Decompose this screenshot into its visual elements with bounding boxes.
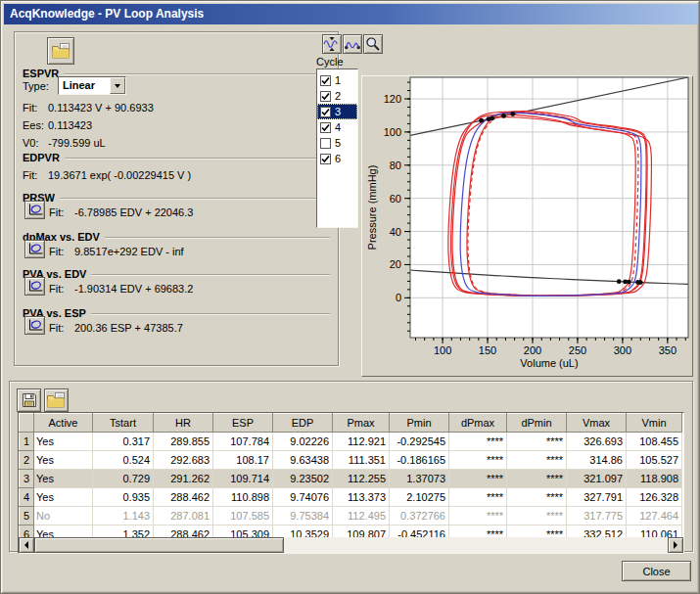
cell-ESP[interactable]: 108.17	[213, 451, 273, 470]
cell-EDP[interactable]: 9.75384	[273, 507, 333, 525]
cell-Tstart[interactable]: 0.935	[93, 488, 154, 507]
col-header-Vmin[interactable]: Vmin	[627, 414, 682, 433]
cell-ESP[interactable]: 109.714	[213, 470, 273, 488]
cell-EDP[interactable]: 9.23502	[273, 470, 333, 488]
cell-HR[interactable]: 291.262	[154, 470, 213, 488]
cell-active[interactable]: Yes	[34, 470, 93, 488]
cell-active[interactable]: Yes	[34, 488, 93, 507]
cell-dPmax[interactable]: ****	[449, 507, 507, 525]
autoscale-vertical-button[interactable]	[322, 34, 342, 54]
pv-loop-chart[interactable]: 100150200250300350020406080100120Volume …	[361, 75, 693, 377]
cycle-list-item-4[interactable]: 4	[317, 119, 357, 135]
col-header-Vmax[interactable]: Vmax	[567, 414, 627, 433]
cell-active[interactable]: No	[34, 507, 93, 525]
cell-active[interactable]: Yes	[34, 433, 93, 451]
table-row-5[interactable]: 5No1.143287.081107.5859.75384112.4950.37…	[20, 507, 682, 525]
cell-Tstart[interactable]: 0.524	[93, 451, 154, 470]
cell-dPmax[interactable]: ****	[449, 488, 507, 507]
cell-Tstart[interactable]: 0.729	[93, 470, 154, 488]
cell-dPmin[interactable]: ****	[507, 451, 567, 470]
cycle-list-item-5[interactable]: 5	[317, 135, 357, 151]
cycle-list-item-6[interactable]: 6	[317, 151, 357, 166]
cell-dPmax[interactable]: ****	[449, 470, 507, 488]
scrollbar-thumb[interactable]	[34, 537, 284, 553]
cell-Vmax[interactable]: 317.775	[567, 507, 627, 525]
row-number[interactable]: 5	[20, 507, 34, 525]
save-table-button[interactable]	[17, 388, 41, 412]
cell-dPmin[interactable]: ****	[507, 433, 567, 451]
row-number[interactable]: 1	[20, 433, 34, 451]
export-table-button[interactable]	[44, 388, 69, 412]
cell-Vmin[interactable]: 118.908	[627, 470, 682, 488]
cell-dPmin[interactable]: ****	[507, 507, 567, 525]
cell-ESP[interactable]: 107.784	[213, 433, 273, 451]
cell-EDP[interactable]: 9.63438	[273, 451, 333, 470]
cell-Pmin[interactable]: 2.10275	[390, 488, 449, 507]
cell-Pmin[interactable]: 0.372766	[390, 507, 449, 525]
cell-Pmax[interactable]: 113.373	[333, 488, 390, 507]
checkbox-unchecked[interactable]	[320, 138, 331, 149]
cell-Pmin[interactable]: 1.37073	[390, 470, 449, 488]
cell-Pmax[interactable]: 112.495	[333, 507, 390, 525]
row-number[interactable]: 4	[20, 488, 34, 507]
cell-Vmin[interactable]: 126.328	[627, 488, 682, 507]
close-button[interactable]: Close	[622, 561, 691, 581]
row-number[interactable]: 3	[20, 470, 34, 488]
scroll-right-button[interactable]	[668, 537, 683, 553]
table-row-3[interactable]: 3Yes0.729291.262109.7149.23502112.2551.3…	[20, 470, 682, 488]
cell-EDP[interactable]: 9.74076	[273, 488, 333, 507]
col-header-Tstart[interactable]: Tstart	[93, 414, 154, 433]
cell-Vmax[interactable]: 314.86	[567, 451, 627, 470]
table-row-2[interactable]: 2Yes0.524292.683108.179.63438111.351-0.1…	[20, 451, 682, 470]
cell-HR[interactable]: 292.683	[154, 451, 213, 470]
checkbox-checked[interactable]	[320, 154, 331, 164]
cell-Vmin[interactable]: 105.527	[627, 451, 682, 470]
cell-active[interactable]: Yes	[34, 451, 93, 470]
cell-ESP[interactable]: 107.585	[213, 507, 273, 525]
cycle-list[interactable]: 123456	[316, 69, 358, 228]
cycle-list-item-2[interactable]: 2	[317, 88, 357, 104]
zoom-button[interactable]	[363, 34, 383, 54]
horizontal-scrollbar[interactable]	[19, 537, 683, 553]
cell-dPmax[interactable]: ****	[449, 433, 507, 451]
checkbox-checked[interactable]	[320, 75, 331, 86]
checkbox-checked[interactable]	[320, 91, 331, 102]
cell-Pmax[interactable]: 111.351	[333, 451, 390, 470]
cell-HR[interactable]: 289.855	[154, 433, 213, 451]
row-number[interactable]: 2	[20, 451, 34, 470]
dpmax-vs-edv-plot-button[interactable]	[24, 240, 45, 258]
col-header-Pmin[interactable]: Pmin	[390, 414, 449, 433]
pv-loop-plot[interactable]: 100150200250300350020406080100120Volume …	[362, 76, 692, 376]
col-header-HR[interactable]: HR	[154, 414, 213, 433]
pva-vs-edv-plot-button[interactable]	[24, 277, 45, 296]
cycle-list-item-1[interactable]: 1	[317, 72, 357, 88]
col-header-dPmin[interactable]: dPmin	[507, 414, 567, 433]
checkbox-checked[interactable]	[320, 107, 331, 117]
cell-Vmax[interactable]: 321.097	[567, 470, 627, 488]
cell-EDP[interactable]: 9.02226	[273, 433, 333, 451]
prsw-plot-button[interactable]	[24, 201, 45, 219]
cell-dPmin[interactable]: ****	[507, 470, 567, 488]
cell-Pmin[interactable]: -0.186165	[390, 451, 449, 470]
table-row-4[interactable]: 4Yes0.935288.462110.8989.74076113.3732.1…	[20, 488, 682, 507]
cycle-list-item-3[interactable]: 3	[317, 104, 357, 119]
col-header-dPmax[interactable]: dPmax	[449, 414, 507, 433]
col-header-EDP[interactable]: EDP	[273, 414, 333, 433]
cell-Pmax[interactable]: 112.921	[333, 433, 390, 451]
cell-HR[interactable]: 288.462	[154, 488, 213, 507]
cell-Vmax[interactable]: 326.693	[567, 433, 627, 451]
cell-Tstart[interactable]: 1.143	[93, 507, 154, 525]
show-all-data-button[interactable]	[343, 34, 362, 54]
scroll-left-button[interactable]	[19, 537, 34, 553]
cell-ESP[interactable]: 110.898	[213, 488, 273, 507]
col-header-Pmax[interactable]: Pmax	[333, 414, 390, 433]
combo-dropdown-button[interactable]	[110, 77, 125, 94]
cell-Pmin[interactable]: -0.292545	[390, 433, 449, 451]
cell-Vmax[interactable]: 327.791	[567, 488, 627, 507]
cell-HR[interactable]: 287.081	[154, 507, 213, 525]
pva-vs-esp-plot-button[interactable]	[24, 316, 45, 335]
titlebar[interactable]: AcqKnowledge - PV Loop Analysis	[4, 4, 698, 24]
table-row-1[interactable]: 1Yes0.317289.855107.7849.02226112.921-0.…	[20, 433, 682, 451]
checkbox-checked[interactable]	[320, 122, 331, 133]
export-fit-results-button[interactable]	[47, 37, 74, 65]
